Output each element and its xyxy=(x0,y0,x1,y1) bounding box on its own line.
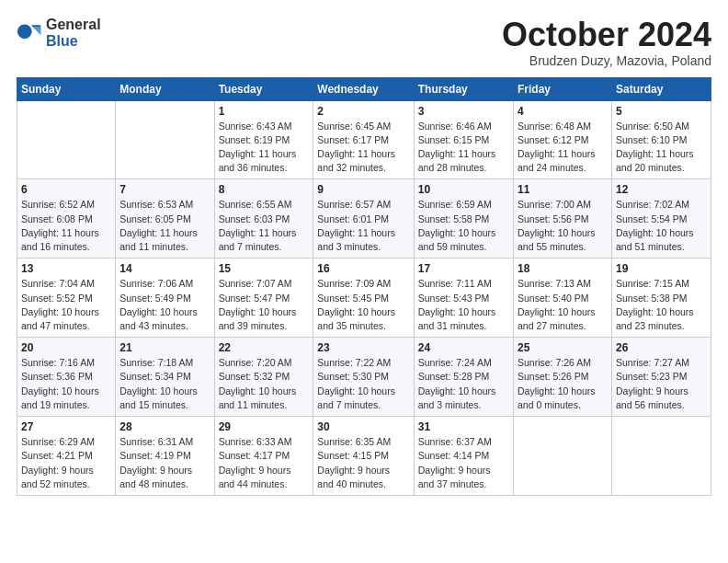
day-info: Sunrise: 6:29 AMSunset: 4:21 PMDaylight:… xyxy=(21,435,111,491)
calendar-cell: 21Sunrise: 7:18 AMSunset: 5:34 PMDayligh… xyxy=(116,338,214,417)
day-number: 31 xyxy=(418,420,509,433)
calendar-cell: 27Sunrise: 6:29 AMSunset: 4:21 PMDayligh… xyxy=(17,417,116,496)
logo-text: General Blue xyxy=(46,17,101,49)
logo-general: General xyxy=(46,17,101,33)
week-row-5: 27Sunrise: 6:29 AMSunset: 4:21 PMDayligh… xyxy=(17,417,711,496)
day-info: Sunrise: 7:20 AMSunset: 5:32 PMDaylight:… xyxy=(219,356,310,412)
day-info: Sunrise: 6:52 AMSunset: 6:08 PMDaylight:… xyxy=(21,198,111,254)
day-number: 16 xyxy=(317,262,409,275)
calendar-cell: 6Sunrise: 6:52 AMSunset: 6:08 PMDaylight… xyxy=(17,179,116,259)
day-info: Sunrise: 7:02 AMSunset: 5:54 PMDaylight:… xyxy=(616,198,707,254)
calendar-cell: 22Sunrise: 7:20 AMSunset: 5:32 PMDayligh… xyxy=(214,338,313,417)
day-info: Sunrise: 7:06 AMSunset: 5:49 PMDaylight:… xyxy=(119,277,210,333)
col-friday: Friday xyxy=(513,77,611,100)
logo-icon xyxy=(17,20,42,46)
calendar-cell: 9Sunrise: 6:57 AMSunset: 6:01 PMDaylight… xyxy=(313,179,414,259)
day-info: Sunrise: 6:37 AMSunset: 4:14 PMDaylight:… xyxy=(418,435,509,491)
col-saturday: Saturday xyxy=(611,77,711,100)
day-number: 1 xyxy=(219,105,310,118)
col-tuesday: Tuesday xyxy=(214,77,313,100)
day-number: 23 xyxy=(317,341,409,354)
calendar-cell xyxy=(116,100,214,179)
day-number: 10 xyxy=(418,183,509,196)
day-info: Sunrise: 6:55 AMSunset: 6:03 PMDaylight:… xyxy=(219,198,310,254)
calendar-cell: 12Sunrise: 7:02 AMSunset: 5:54 PMDayligh… xyxy=(611,179,711,259)
day-number: 5 xyxy=(616,105,707,118)
day-number: 22 xyxy=(219,341,310,354)
day-info: Sunrise: 7:26 AMSunset: 5:26 PMDaylight:… xyxy=(518,356,608,412)
day-info: Sunrise: 7:04 AMSunset: 5:52 PMDaylight:… xyxy=(21,277,111,333)
day-info: Sunrise: 7:07 AMSunset: 5:47 PMDaylight:… xyxy=(219,277,310,333)
calendar-cell: 24Sunrise: 7:24 AMSunset: 5:28 PMDayligh… xyxy=(414,338,513,417)
day-number: 14 xyxy=(119,262,210,275)
col-monday: Monday xyxy=(116,77,214,100)
col-thursday: Thursday xyxy=(414,77,513,100)
day-info: Sunrise: 6:35 AMSunset: 4:15 PMDaylight:… xyxy=(317,435,409,491)
day-number: 27 xyxy=(21,420,111,433)
day-number: 6 xyxy=(21,183,111,196)
day-info: Sunrise: 7:11 AMSunset: 5:43 PMDaylight:… xyxy=(418,277,509,333)
calendar-cell: 10Sunrise: 6:59 AMSunset: 5:58 PMDayligh… xyxy=(414,179,513,259)
calendar-cell: 4Sunrise: 6:48 AMSunset: 6:12 PMDaylight… xyxy=(513,100,611,179)
calendar-cell: 13Sunrise: 7:04 AMSunset: 5:52 PMDayligh… xyxy=(17,259,116,338)
day-number: 25 xyxy=(518,341,608,354)
calendar-cell: 28Sunrise: 6:31 AMSunset: 4:19 PMDayligh… xyxy=(116,417,214,496)
week-row-3: 13Sunrise: 7:04 AMSunset: 5:52 PMDayligh… xyxy=(17,259,711,338)
day-number: 2 xyxy=(317,105,409,118)
calendar-cell: 20Sunrise: 7:16 AMSunset: 5:36 PMDayligh… xyxy=(17,338,116,417)
day-info: Sunrise: 7:18 AMSunset: 5:34 PMDaylight:… xyxy=(119,356,210,412)
calendar-cell: 31Sunrise: 6:37 AMSunset: 4:14 PMDayligh… xyxy=(414,417,513,496)
calendar-cell: 25Sunrise: 7:26 AMSunset: 5:26 PMDayligh… xyxy=(513,338,611,417)
calendar-cell: 29Sunrise: 6:33 AMSunset: 4:17 PMDayligh… xyxy=(214,417,313,496)
day-number: 12 xyxy=(616,183,707,196)
day-number: 29 xyxy=(219,420,310,433)
day-number: 17 xyxy=(418,262,509,275)
calendar-cell: 18Sunrise: 7:13 AMSunset: 5:40 PMDayligh… xyxy=(513,259,611,338)
day-info: Sunrise: 6:57 AMSunset: 6:01 PMDaylight:… xyxy=(317,198,409,254)
day-number: 15 xyxy=(219,262,310,275)
day-info: Sunrise: 6:33 AMSunset: 4:17 PMDaylight:… xyxy=(219,435,310,491)
day-number: 8 xyxy=(219,183,310,196)
svg-marker-2 xyxy=(33,27,41,35)
day-info: Sunrise: 6:53 AMSunset: 6:05 PMDaylight:… xyxy=(119,198,210,254)
day-info: Sunrise: 7:24 AMSunset: 5:28 PMDaylight:… xyxy=(418,356,509,412)
calendar-cell: 23Sunrise: 7:22 AMSunset: 5:30 PMDayligh… xyxy=(313,338,414,417)
day-number: 11 xyxy=(518,183,608,196)
calendar-cell: 1Sunrise: 6:43 AMSunset: 6:19 PMDaylight… xyxy=(214,100,313,179)
logo: General Blue xyxy=(17,17,101,49)
calendar-cell: 7Sunrise: 6:53 AMSunset: 6:05 PMDaylight… xyxy=(116,179,214,259)
page: General Blue October 2024 Brudzen Duzy, … xyxy=(0,0,728,563)
day-info: Sunrise: 7:09 AMSunset: 5:45 PMDaylight:… xyxy=(317,277,409,333)
day-info: Sunrise: 6:45 AMSunset: 6:17 PMDaylight:… xyxy=(317,120,409,176)
header: General Blue October 2024 Brudzen Duzy, … xyxy=(17,17,711,68)
title-block: October 2024 Brudzen Duzy, Mazovia, Pola… xyxy=(502,17,711,68)
svg-point-0 xyxy=(17,24,32,39)
day-number: 20 xyxy=(21,341,111,354)
calendar-cell: 3Sunrise: 6:46 AMSunset: 6:15 PMDaylight… xyxy=(414,100,513,179)
calendar-cell xyxy=(513,417,611,496)
day-number: 18 xyxy=(518,262,608,275)
day-number: 30 xyxy=(317,420,409,433)
day-number: 3 xyxy=(418,105,509,118)
calendar-cell: 2Sunrise: 6:45 AMSunset: 6:17 PMDaylight… xyxy=(313,100,414,179)
calendar-cell: 19Sunrise: 7:15 AMSunset: 5:38 PMDayligh… xyxy=(611,259,711,338)
day-info: Sunrise: 6:48 AMSunset: 6:12 PMDaylight:… xyxy=(518,120,608,176)
day-info: Sunrise: 7:27 AMSunset: 5:23 PMDaylight:… xyxy=(616,356,707,412)
calendar-cell: 14Sunrise: 7:06 AMSunset: 5:49 PMDayligh… xyxy=(116,259,214,338)
calendar-cell xyxy=(611,417,711,496)
day-number: 4 xyxy=(518,105,608,118)
day-info: Sunrise: 6:50 AMSunset: 6:10 PMDaylight:… xyxy=(616,120,707,176)
day-info: Sunrise: 7:16 AMSunset: 5:36 PMDaylight:… xyxy=(21,356,111,412)
day-info: Sunrise: 6:59 AMSunset: 5:58 PMDaylight:… xyxy=(418,198,509,254)
col-wednesday: Wednesday xyxy=(313,77,414,100)
calendar-cell: 5Sunrise: 6:50 AMSunset: 6:10 PMDaylight… xyxy=(611,100,711,179)
day-number: 7 xyxy=(119,183,210,196)
day-number: 28 xyxy=(119,420,210,433)
day-number: 19 xyxy=(616,262,707,275)
week-row-2: 6Sunrise: 6:52 AMSunset: 6:08 PMDaylight… xyxy=(17,179,711,259)
day-number: 13 xyxy=(21,262,111,275)
day-number: 24 xyxy=(418,341,509,354)
day-info: Sunrise: 6:43 AMSunset: 6:19 PMDaylight:… xyxy=(219,120,310,176)
calendar-cell xyxy=(17,100,116,179)
day-info: Sunrise: 7:22 AMSunset: 5:30 PMDaylight:… xyxy=(317,356,409,412)
